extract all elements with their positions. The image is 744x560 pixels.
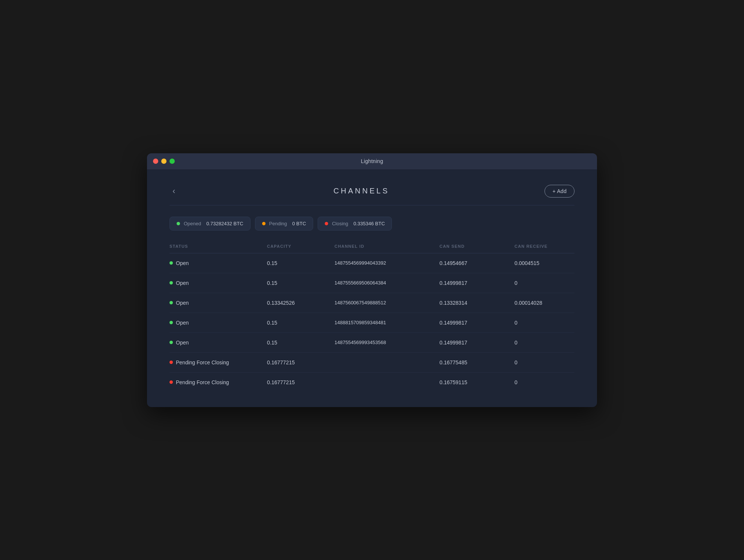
channels-table: Open 0.15 1487554569994043392 0.14954667… xyxy=(170,253,574,392)
app-window: Lightning ‹ CHANNELS + Add Opened 0.7328… xyxy=(147,153,597,407)
can-send-cell: 0.14999817 xyxy=(440,280,514,286)
status-cell: Pending Force Closing xyxy=(170,359,267,365)
table-header: STATUSCAPACITYCHANNEL IDCAN SENDCAN RECE… xyxy=(170,244,574,253)
table-row[interactable]: Open 0.15 1487554569993453568 0.14999817… xyxy=(170,333,574,353)
traffic-lights xyxy=(153,159,175,164)
channel-id-cell: 1488815709859348481 xyxy=(334,320,440,325)
can-send-cell: 0.14999817 xyxy=(440,320,514,326)
table-row[interactable]: Pending Force Closing 0.16777215 0.16759… xyxy=(170,373,574,392)
page-header: ‹ CHANNELS + Add xyxy=(170,177,574,205)
can-receive-cell: 0 xyxy=(514,379,582,385)
page-title: CHANNELS xyxy=(333,187,389,195)
summary-card-pending: Pending 0 BTC xyxy=(255,217,314,231)
status-label: Open xyxy=(176,260,189,266)
summary-card-closing: Closing 0.335346 BTC xyxy=(318,217,392,231)
status-cell: Open xyxy=(170,320,267,326)
status-dot xyxy=(170,380,173,384)
closing-label: Closing xyxy=(332,221,348,226)
status-dot xyxy=(170,321,173,324)
status-dot xyxy=(170,261,173,265)
status-cell: Open xyxy=(170,340,267,346)
channel-id-cell: 1487554569994043392 xyxy=(334,260,440,266)
pending-status-dot xyxy=(262,222,266,225)
capacity-cell: 0.16777215 xyxy=(267,359,334,365)
table-row[interactable]: Open 0.15 1487554569994043392 0.14954667… xyxy=(170,253,574,273)
status-label: Pending Force Closing xyxy=(176,379,229,385)
closing-value: 0.335346 BTC xyxy=(353,221,385,226)
close-button[interactable] xyxy=(153,159,158,164)
can-send-cell: 0.14954667 xyxy=(440,260,514,266)
table-row[interactable]: Open 0.15 1488815709859348481 0.14999817… xyxy=(170,313,574,333)
can-receive-cell: 0 xyxy=(514,340,582,346)
summary-cards: Opened 0.73282432 BTC Pending 0 BTC Clos… xyxy=(170,217,574,231)
status-cell: Open xyxy=(170,280,267,286)
can-receive-cell: 0 xyxy=(514,320,582,326)
status-cell: Open xyxy=(170,260,267,266)
can-send-cell: 0.16759115 xyxy=(440,379,514,385)
status-dot xyxy=(170,361,173,364)
col-header-capacity: CAPACITY xyxy=(267,244,334,249)
status-cell: Open xyxy=(170,300,267,306)
can-receive-cell: 0 xyxy=(514,280,582,286)
capacity-cell: 0.16777215 xyxy=(267,379,334,385)
capacity-cell: 0.15 xyxy=(267,280,334,286)
status-cell: Pending Force Closing xyxy=(170,379,267,385)
opened-label: Opened xyxy=(184,221,201,226)
table-row[interactable]: Open 0.13342526 1487560067549888512 0.13… xyxy=(170,293,574,313)
status-label: Open xyxy=(176,340,189,346)
can-send-cell: 0.14999817 xyxy=(440,340,514,346)
maximize-button[interactable] xyxy=(170,159,175,164)
channel-id-cell: 1487560067549888512 xyxy=(334,300,440,305)
col-header-can-send: CAN SEND xyxy=(440,244,514,249)
can-receive-cell: 0.00014028 xyxy=(514,300,582,306)
status-label: Open xyxy=(176,280,189,286)
status-label: Pending Force Closing xyxy=(176,359,229,365)
channel-id-cell: 1487555669506064384 xyxy=(334,280,440,286)
col-header-status: STATUS xyxy=(170,244,267,249)
can-send-cell: 0.16775485 xyxy=(440,359,514,365)
capacity-cell: 0.15 xyxy=(267,340,334,346)
table-row[interactable]: Pending Force Closing 0.16777215 0.16775… xyxy=(170,353,574,373)
can-receive-cell: 0 xyxy=(514,359,582,365)
pending-label: Pending xyxy=(269,221,287,226)
status-dot xyxy=(170,301,173,304)
status-label: Open xyxy=(176,320,189,326)
main-content: ‹ CHANNELS + Add Opened 0.73282432 BTC P… xyxy=(147,170,597,407)
minimize-button[interactable] xyxy=(161,159,166,164)
add-channel-button[interactable]: + Add xyxy=(544,185,574,198)
capacity-cell: 0.15 xyxy=(267,260,334,266)
can-receive-cell: 0.0004515 xyxy=(514,260,582,266)
window-title: Lightning xyxy=(361,158,383,164)
summary-card-opened: Opened 0.73282432 BTC xyxy=(170,217,250,231)
pending-value: 0 BTC xyxy=(292,221,306,226)
capacity-cell: 0.15 xyxy=(267,320,334,326)
table-row[interactable]: Open 0.15 1487555669506064384 0.14999817… xyxy=(170,273,574,293)
col-header-can-receive: CAN RECEIVE xyxy=(514,244,582,249)
closing-status-dot xyxy=(325,222,328,225)
channel-id-cell: 1487554569993453568 xyxy=(334,340,440,345)
can-send-cell: 0.13328314 xyxy=(440,300,514,306)
opened-value: 0.73282432 BTC xyxy=(206,221,243,226)
col-header-channel-id: CHANNEL ID xyxy=(334,244,440,249)
status-dot xyxy=(170,281,173,284)
status-label: Open xyxy=(176,300,189,306)
back-button[interactable]: ‹ xyxy=(170,186,178,197)
status-dot xyxy=(170,341,173,344)
opened-status-dot xyxy=(177,222,180,225)
titlebar: Lightning xyxy=(147,153,597,170)
capacity-cell: 0.13342526 xyxy=(267,300,334,306)
